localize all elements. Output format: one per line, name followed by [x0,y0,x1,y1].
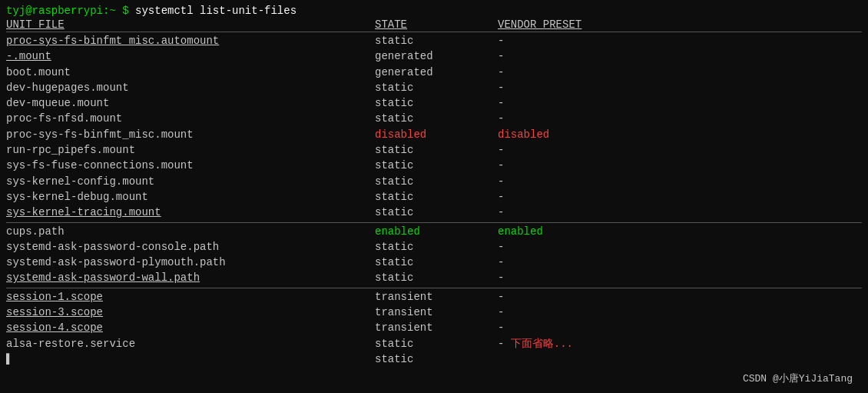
table-row: dev-hugepages.mountstatic- [6,80,862,95]
unit-file-cell: sys-fs-fuse-connections.mount [6,158,375,173]
table-row: boot.mountgenerated- [6,65,862,80]
table-row: sys-fs-fuse-connections.mountstatic- [6,158,862,173]
vendor-cell: - [498,174,651,189]
unit-file-cell: systemd-ask-password-wall.path [6,270,375,285]
unit-file-cell: proc-sys-fs-binfmt_misc.mount [6,127,375,142]
prompt-line: tyj@raspberrypi:~ $ systemctl list-unit-… [6,5,862,17]
vendor-cell: disabled [498,127,651,142]
table-separator [6,287,862,288]
table-row: session-3.scopetransient- [6,305,862,320]
vendor-cell: enabled [498,224,651,239]
state-cell: transient [375,320,498,335]
table-row: run-rpc_pipefs.mountstatic- [6,142,862,158]
state-cell: static [375,255,498,270]
unit-file-cell: session-1.scope [6,289,375,305]
table-row: sys-kernel-tracing.mountstatic- [6,205,862,220]
header-state: STATE [375,18,498,31]
state-cell: static [375,336,498,351]
table-row: -.mountgenerated- [6,48,862,64]
note-text: 下面省略... [511,338,573,350]
vendor-cell: - [498,111,651,126]
vendor-cell: - [498,305,651,320]
table-row: systemd-ask-password-wall.pathstatic- [6,270,862,285]
vendor-cell: - [498,270,651,285]
vendor-cell: - [498,320,651,335]
vendor-cell [498,351,651,367]
state-cell: static [375,95,498,111]
table-body: proc-sys-fs-binfmt_misc.automountstatic-… [6,33,862,367]
vendor-cell: - [498,33,651,48]
vendor-cell: - 下面省略... [498,336,651,351]
header-unit-file: UNIT FILE [6,18,375,31]
table-row: sys-kernel-config.mountstatic- [6,174,862,189]
unit-file-cell: ▌ [6,351,375,367]
unit-file-cell: session-3.scope [6,305,375,320]
state-cell: static [375,158,498,173]
unit-file-cell: alsa-restore.service [6,336,375,351]
header-vendor-preset: VENDOR PRESET [498,18,651,31]
vendor-cell: - [498,255,651,270]
unit-file-cell: -.mount [6,48,375,64]
state-cell: static [375,205,498,220]
state-cell: transient [375,289,498,305]
unit-file-cell: boot.mount [6,65,375,80]
unit-file-cell: dev-hugepages.mount [6,80,375,95]
state-cell: static [375,239,498,255]
table-row: cups.pathenabledenabled [6,224,862,239]
unit-file-cell: sys-kernel-config.mount [6,174,375,189]
vendor-cell: - [498,95,651,111]
unit-file-cell: cups.path [6,224,375,239]
vendor-cell: - [498,239,651,255]
vendor-cell: - [498,80,651,95]
unit-file-cell: proc-sys-fs-binfmt_misc.automount [6,33,375,48]
table-separator [6,221,862,223]
state-cell: static [375,142,498,158]
unit-file-cell: dev-mqueue.mount [6,95,375,111]
table-header: UNIT FILE STATE VENDOR PRESET [6,18,862,32]
state-cell: static [375,80,498,95]
vendor-cell: - [498,48,651,64]
vendor-cell: - [498,158,651,173]
table-row: systemd-ask-password-plymouth.pathstatic… [6,255,862,270]
prompt-user: tyj@raspberrypi:~ $ [6,5,135,17]
csdn-watermark: CSDN @小唐YiJiaTang [743,371,853,385]
table-row: session-4.scopetransient- [6,320,862,335]
state-cell: generated [375,65,498,80]
table-row: systemd-ask-password-console.pathstatic- [6,239,862,255]
state-cell: transient [375,305,498,320]
vendor-cell: - [498,289,651,305]
vendor-cell: - [498,189,651,205]
state-cell: static [375,111,498,126]
table-row: proc-sys-fs-binfmt_misc.mountdisableddis… [6,127,862,142]
state-cell: generated [375,48,498,64]
unit-file-table: UNIT FILE STATE VENDOR PRESET proc-sys-f… [6,18,862,367]
table-row: alsa-restore.servicestatic- 下面省略... [6,336,862,351]
state-cell: static [375,33,498,48]
unit-file-cell: systemd-ask-password-plymouth.path [6,255,375,270]
unit-file-cell: systemd-ask-password-console.path [6,239,375,255]
unit-file-cell: sys-kernel-debug.mount [6,189,375,205]
command: systemctl list-unit-files [135,5,297,17]
table-row: dev-mqueue.mountstatic- [6,95,862,111]
vendor-cell: - [498,205,651,220]
table-row: proc-sys-fs-binfmt_misc.automountstatic- [6,33,862,48]
state-cell: disabled [375,127,498,142]
table-row: session-1.scopetransient- [6,289,862,305]
state-cell: static [375,351,498,367]
state-cell: static [375,189,498,205]
table-row: sys-kernel-debug.mountstatic- [6,189,862,205]
unit-file-cell: proc-fs-nfsd.mount [6,111,375,126]
unit-file-cell: sys-kernel-tracing.mount [6,205,375,220]
table-row: proc-fs-nfsd.mountstatic- [6,111,862,126]
vendor-cell: - [498,65,651,80]
terminal: tyj@raspberrypi:~ $ systemctl list-unit-… [0,0,868,393]
state-cell: static [375,270,498,285]
state-cell: static [375,174,498,189]
table-row: ▌static [6,351,862,367]
unit-file-cell: run-rpc_pipefs.mount [6,142,375,158]
vendor-cell: - [498,142,651,158]
state-cell: enabled [375,224,498,239]
unit-file-cell: session-4.scope [6,320,375,335]
